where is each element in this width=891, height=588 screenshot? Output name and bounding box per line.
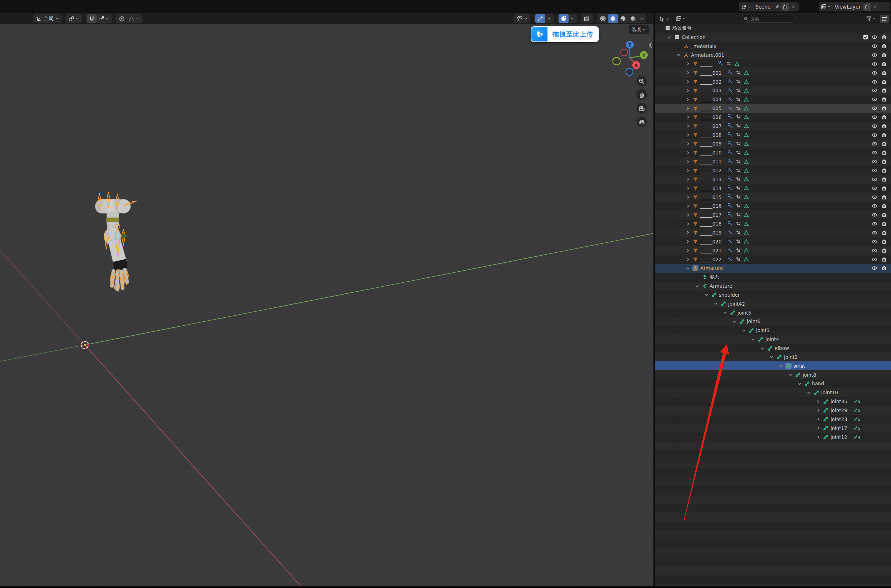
hide-in-viewport-eye-icon[interactable] [872, 70, 877, 76]
collection-exclude-checkbox[interactable] [863, 34, 868, 40]
mesh-data-icon[interactable] [744, 141, 749, 147]
modifier-wrench-icon[interactable] [728, 239, 733, 244]
hide-in-viewport-eye-icon[interactable] [872, 203, 877, 209]
collapse-chevron-icon[interactable] [676, 52, 681, 57]
vertex-groups-icon[interactable] [736, 212, 741, 218]
hide-in-viewport-eye-icon[interactable] [872, 168, 877, 173]
axis-z-ball[interactable]: Z [626, 41, 634, 49]
collapse-chevron-icon[interactable] [787, 372, 793, 378]
overlays-dropdown[interactable] [569, 14, 576, 23]
hide-in-viewport-eye-icon[interactable] [872, 239, 877, 244]
zoom-button[interactable] [636, 76, 647, 87]
disable-in-render-camera-icon[interactable] [881, 105, 887, 111]
hide-in-viewport-eye-icon[interactable] [872, 221, 877, 226]
collapse-chevron-icon[interactable] [778, 363, 784, 369]
vertex-groups-icon[interactable] [736, 114, 741, 120]
show-overlays-toggle[interactable] [558, 14, 569, 23]
disable-in-render-camera-icon[interactable] [881, 70, 887, 76]
expand-chevron-icon[interactable] [816, 425, 821, 431]
disable-in-render-camera-icon[interactable] [881, 168, 887, 173]
tree-row[interactable]: wrist [655, 362, 891, 370]
disable-in-render-camera-icon[interactable] [881, 212, 887, 218]
hide-in-viewport-eye-icon[interactable] [872, 61, 877, 67]
snap-settings-dropdown[interactable] [96, 14, 111, 23]
disable-in-render-camera-icon[interactable] [881, 52, 887, 58]
expand-chevron-icon[interactable] [685, 256, 691, 262]
show-gizmos-toggle[interactable] [535, 14, 545, 23]
disable-in-render-camera-icon[interactable] [881, 221, 887, 226]
expand-chevron-icon[interactable] [816, 408, 821, 413]
expand-chevron-icon[interactable] [685, 239, 691, 244]
tree-row[interactable]: _____004 [655, 95, 891, 104]
expand-chevron-icon[interactable] [685, 230, 691, 235]
vertex-groups-icon[interactable] [736, 150, 741, 156]
axis-y-ball[interactable]: Y [640, 51, 648, 59]
tree-row[interactable]: _____001 [655, 68, 891, 77]
hide-in-viewport-eye-icon[interactable] [872, 265, 877, 271]
mesh-data-icon[interactable] [744, 150, 749, 156]
tree-row[interactable]: _____007 [655, 122, 891, 130]
disable-in-render-camera-icon[interactable] [881, 79, 887, 85]
disable-in-render-camera-icon[interactable] [881, 159, 887, 164]
tree-row[interactable]: joint4 [655, 335, 891, 344]
disable-in-render-camera-icon[interactable] [881, 88, 887, 93]
collapse-chevron-icon[interactable] [695, 284, 700, 289]
tree-row[interactable]: Collection [655, 33, 891, 42]
viewport-3d[interactable]: 全局 [0, 13, 653, 586]
mesh-data-icon[interactable] [744, 239, 749, 244]
disable-in-render-camera-icon[interactable] [881, 141, 887, 147]
modifier-wrench-icon[interactable] [728, 132, 733, 138]
modifier-wrench-icon[interactable] [728, 221, 733, 226]
tree-row[interactable]: _____012 [655, 166, 891, 175]
mesh-data-icon[interactable] [744, 203, 749, 209]
hide-in-viewport-eye-icon[interactable] [872, 34, 877, 40]
expand-chevron-icon[interactable] [685, 132, 691, 138]
hide-in-viewport-eye-icon[interactable] [872, 212, 877, 218]
tree-row[interactable]: _____002 [655, 77, 891, 86]
hide-in-viewport-eye-icon[interactable] [872, 177, 877, 182]
expand-chevron-icon[interactable] [816, 399, 821, 404]
axis-neg-x-ball[interactable] [621, 50, 628, 56]
collapse-chevron-icon[interactable] [750, 337, 756, 342]
modifier-wrench-icon[interactable] [728, 141, 733, 147]
mesh-data-icon[interactable] [744, 97, 749, 102]
tree-row[interactable]: _____017 [655, 210, 891, 219]
hide-in-viewport-eye-icon[interactable] [872, 186, 877, 191]
hide-in-viewport-eye-icon[interactable] [872, 43, 877, 49]
expand-chevron-icon[interactable] [816, 416, 821, 422]
mesh-data-icon[interactable] [744, 70, 749, 75]
mesh-data-icon[interactable] [744, 88, 749, 93]
expand-chevron-icon[interactable] [685, 186, 691, 191]
disable-in-render-camera-icon[interactable] [881, 43, 887, 49]
vertex-groups-icon[interactable] [736, 79, 741, 84]
mesh-data-icon[interactable] [744, 221, 749, 226]
tree-row[interactable]: _____015 [655, 193, 891, 202]
disable-in-render-camera-icon[interactable] [881, 34, 887, 40]
expand-chevron-icon[interactable] [816, 434, 821, 440]
mesh-data-icon[interactable] [744, 106, 749, 111]
vertex-groups-icon[interactable] [736, 186, 741, 191]
scene-name[interactable]: Scene [753, 4, 774, 10]
pivot-point-dropdown[interactable] [66, 14, 81, 23]
mesh-data-icon[interactable] [744, 132, 749, 138]
collapse-chevron-icon[interactable] [797, 381, 802, 386]
tree-row[interactable]: _____013 [655, 175, 891, 184]
expand-chevron-icon[interactable] [685, 195, 691, 200]
disable-in-render-camera-icon[interactable] [881, 123, 887, 129]
robot-arm-model[interactable] [89, 191, 141, 297]
tree-row[interactable]: Armature.001 [655, 51, 891, 60]
mesh-data-icon[interactable] [744, 114, 749, 120]
mesh-data-icon[interactable] [744, 177, 749, 182]
tree-row[interactable]: joint8 [655, 370, 891, 379]
mesh-data-icon[interactable] [744, 248, 749, 253]
modifier-wrench-icon[interactable] [728, 88, 733, 93]
hide-in-viewport-eye-icon[interactable] [872, 79, 877, 85]
tree-row[interactable]: shoulder [655, 291, 891, 300]
collapse-chevron-icon[interactable] [741, 328, 747, 333]
tree-row[interactable]: joint6 [655, 317, 891, 326]
mesh-data-icon[interactable] [744, 159, 749, 164]
tree-row[interactable]: _____019 [655, 228, 891, 237]
disable-in-render-camera-icon[interactable] [881, 239, 887, 244]
mesh-data-icon[interactable] [744, 256, 749, 262]
tree-row[interactable]: Armature [655, 264, 891, 273]
